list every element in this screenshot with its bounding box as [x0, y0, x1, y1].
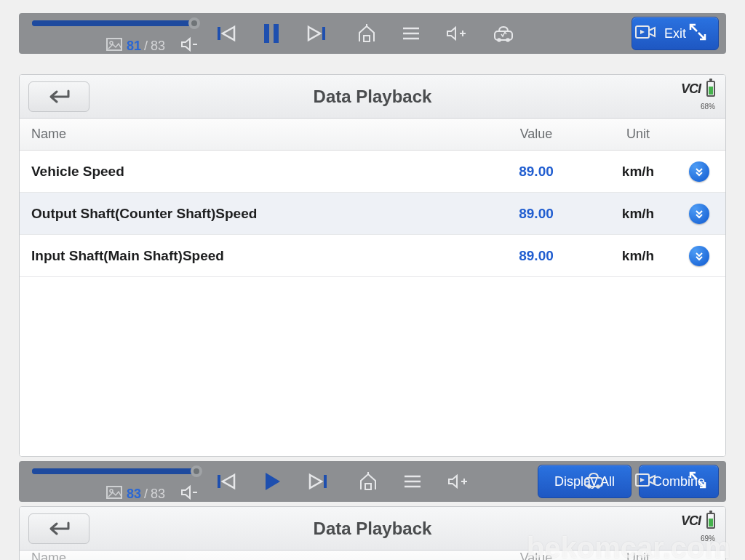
skip-start-icon[interactable] — [215, 24, 237, 43]
card-header: Data Playback VCI 69% — [20, 507, 725, 551]
svg-point-18 — [110, 489, 113, 492]
frame-total: 83 — [151, 487, 165, 502]
table-header: Name Value Unit — [20, 551, 725, 560]
row-unit: km/h — [587, 206, 689, 222]
diagnostics-icon[interactable] — [492, 24, 515, 43]
home-icon[interactable] — [356, 24, 377, 43]
status-block: VCI — [681, 81, 715, 97]
expand-row-button[interactable] — [689, 246, 709, 266]
frame-current: 83 — [127, 487, 141, 502]
col-header-name: Name — [20, 127, 485, 142]
battery-icon — [706, 513, 715, 529]
table-body: Vehicle Speed 89.00 km/h Output Shaft(Co… — [20, 151, 725, 456]
diagnostics-icon[interactable] — [582, 471, 605, 492]
volume-up-icon[interactable] — [447, 473, 469, 490]
battery-pct: 68% — [701, 103, 715, 111]
record-icon[interactable] — [634, 23, 656, 44]
frame-sep: / — [144, 39, 148, 54]
expand-row-button[interactable] — [689, 161, 709, 182]
skip-end-icon[interactable] — [307, 472, 329, 491]
battery-pct: 69% — [701, 535, 715, 543]
table-row[interactable]: Output Shaft(Counter Shaft)Speed 89.00 k… — [20, 193, 725, 235]
gallery-icon[interactable] — [106, 38, 122, 54]
row-value: 89.00 — [485, 164, 587, 180]
progress-bar[interactable] — [32, 13, 199, 19]
record-icon[interactable] — [634, 471, 656, 492]
expand-row-button[interactable] — [689, 204, 709, 224]
table-row[interactable]: Input Shaft(Main Shaft)Speed 89.00 km/h — [20, 235, 725, 277]
media-bar-top: 81 / 83 — [19, 13, 726, 54]
row-unit: km/h — [587, 164, 689, 180]
svg-point-1 — [110, 41, 113, 44]
data-playback-card-2: Data Playback VCI 69% Name Value Unit — [19, 506, 726, 560]
col-header-unit: Unit — [587, 127, 689, 142]
data-playback-card: Data Playback VCI 68% Name Value Unit Ve… — [19, 74, 726, 457]
row-name: Input Shaft(Main Shaft)Speed — [20, 248, 485, 264]
frame-current: 81 — [127, 39, 141, 54]
exit-label: Exit — [664, 26, 686, 41]
row-value: 89.00 — [485, 248, 587, 264]
menu-icon[interactable] — [402, 25, 421, 41]
svg-rect-22 — [365, 484, 371, 489]
media-bar-bottom: 83 / 83 — [19, 461, 726, 502]
skip-end-icon[interactable] — [306, 24, 327, 43]
col-header-value: Value — [485, 551, 587, 561]
back-button[interactable] — [28, 513, 89, 544]
svg-rect-4 — [264, 24, 269, 43]
svg-rect-28 — [585, 478, 602, 487]
volume-down-icon[interactable] — [180, 36, 199, 55]
col-header-unit: Unit — [587, 551, 689, 561]
row-name: Vehicle Speed — [20, 164, 485, 180]
battery-icon — [706, 81, 715, 97]
status-block: VCI — [681, 513, 715, 529]
svg-rect-5 — [274, 24, 279, 43]
frame-sep: / — [144, 487, 148, 502]
back-button[interactable] — [28, 81, 89, 112]
frame-total: 83 — [151, 39, 165, 54]
home-icon[interactable] — [358, 472, 378, 491]
pause-icon[interactable] — [262, 23, 281, 44]
row-unit: km/h — [587, 248, 689, 264]
expand-icon[interactable] — [688, 23, 707, 44]
volume-up-icon[interactable] — [445, 25, 467, 42]
table-header: Name Value Unit — [20, 119, 725, 151]
gallery-icon[interactable] — [106, 486, 122, 502]
col-header-name: Name — [20, 551, 485, 561]
page-title: Data Playback — [20, 87, 725, 107]
table-row[interactable]: Vehicle Speed 89.00 km/h — [20, 151, 725, 193]
skip-start-icon[interactable] — [215, 472, 237, 491]
expand-icon[interactable] — [688, 471, 707, 492]
progress-bar[interactable] — [32, 461, 199, 467]
row-value: 89.00 — [485, 206, 587, 222]
menu-icon[interactable] — [403, 473, 422, 489]
page-title: Data Playback — [20, 519, 725, 539]
vci-label: VCI — [681, 513, 701, 529]
col-header-value: Value — [485, 127, 587, 142]
vci-label: VCI — [681, 81, 701, 97]
row-name: Output Shaft(Counter Shaft)Speed — [20, 206, 485, 222]
volume-down-icon[interactable] — [180, 484, 199, 503]
svg-rect-7 — [364, 36, 370, 41]
play-icon[interactable] — [262, 471, 282, 492]
card-header: Data Playback VCI 68% — [20, 75, 725, 119]
